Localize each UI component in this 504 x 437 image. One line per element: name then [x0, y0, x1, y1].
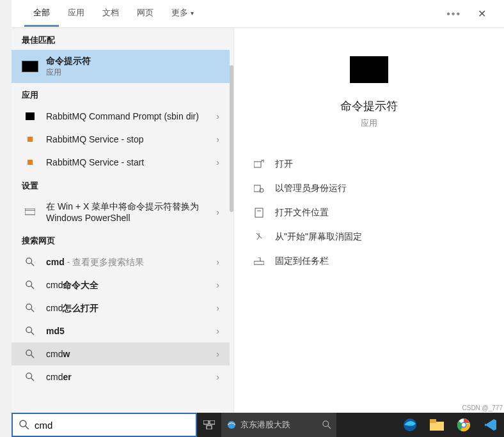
svg-point-12	[26, 373, 32, 379]
svg-point-34	[462, 423, 466, 427]
preview-thumbnail	[350, 56, 388, 83]
svg-point-25	[228, 421, 235, 429]
svg-line-21	[26, 426, 29, 429]
svg-point-26	[323, 421, 329, 427]
tab-more[interactable]: 更多 ▾	[162, 1, 203, 27]
chevron-right-icon: ›	[214, 134, 222, 144]
svg-point-4	[26, 281, 32, 287]
svg-rect-23	[210, 420, 215, 424]
search-icon	[19, 420, 29, 430]
result-title: 命令提示符	[46, 55, 222, 66]
results-panel: 最佳匹配 命令提示符 应用 应用 RabbitMQ Command Prompt…	[12, 28, 234, 437]
result-web-cmd-commands[interactable]: cmd命令大全 ›	[12, 273, 230, 296]
chevron-right-icon: ›	[214, 372, 222, 382]
search-input-container[interactable]	[12, 413, 197, 437]
chevron-right-icon: ›	[214, 207, 222, 217]
svg-line-5	[31, 286, 34, 289]
action-open-location[interactable]: 打开文件位置	[249, 201, 489, 225]
app-icon	[22, 156, 38, 169]
taskbar-explorer-icon[interactable]	[423, 413, 450, 437]
search-input[interactable]	[35, 420, 189, 431]
search-icon	[22, 325, 38, 337]
chevron-right-icon: ›	[214, 349, 222, 359]
action-open[interactable]: 打开	[249, 152, 489, 176]
action-run-admin[interactable]: 以管理员身份运行	[249, 176, 489, 201]
svg-point-10	[26, 350, 32, 356]
app-icon	[22, 110, 38, 123]
svg-line-3	[31, 263, 34, 266]
search-icon	[22, 256, 38, 268]
svg-line-11	[31, 355, 34, 358]
tab-web[interactable]: 网页	[128, 1, 162, 27]
chevron-right-icon: ›	[214, 111, 222, 121]
folder-icon	[252, 207, 266, 218]
preview-title: 命令提示符	[340, 98, 398, 114]
svg-rect-0	[25, 208, 35, 215]
pin-taskbar-icon	[252, 256, 266, 267]
taskbar-chrome-icon[interactable]	[450, 413, 477, 437]
result-subtitle: 应用	[46, 68, 222, 78]
svg-rect-24	[207, 425, 212, 429]
ie-icon	[226, 420, 237, 430]
result-title: RabbitMQ Service - start	[46, 157, 214, 168]
setting-icon	[22, 206, 38, 218]
cortana-text: 京东港股大跌	[240, 419, 322, 431]
svg-rect-30	[430, 419, 436, 423]
section-apps: 应用	[12, 83, 230, 105]
svg-line-27	[328, 426, 331, 429]
svg-line-13	[31, 378, 34, 381]
preview-panel: 命令提示符 应用 打开 以管理员身份运行	[234, 28, 504, 437]
action-pin-taskbar[interactable]: 固定到任务栏	[249, 249, 489, 273]
search-icon	[322, 420, 331, 429]
tab-docs[interactable]: 文档	[93, 1, 128, 27]
filter-tabs: 全部 应用 文档 网页 更多 ▾ ••• ✕	[12, 0, 504, 28]
svg-line-9	[31, 332, 34, 335]
result-web-cmd-open[interactable]: cmd怎么打开 ›	[12, 296, 230, 319]
svg-point-20	[20, 420, 26, 427]
tab-all[interactable]: 全部	[24, 1, 59, 27]
result-web-md5[interactable]: md5 ›	[12, 319, 230, 342]
result-setting-winx[interactable]: 在 Win + X 菜单中将命令提示符替换为 Windows PowerShel…	[12, 195, 230, 229]
section-settings: 设置	[12, 174, 230, 195]
result-title: 在 Win + X 菜单中将命令提示符替换为 Windows PowerShel…	[46, 201, 214, 224]
app-icon	[22, 133, 38, 146]
more-options-icon[interactable]: •••	[446, 8, 461, 20]
chevron-right-icon: ›	[214, 280, 222, 290]
preview-subtitle: 应用	[361, 118, 377, 129]
svg-line-7	[31, 309, 34, 312]
result-app-rabbitmq-prompt[interactable]: RabbitMQ Command Prompt (sbin dir) ›	[12, 105, 230, 128]
result-web-cmd[interactable]: cmd - 查看更多搜索结果 ›	[12, 250, 230, 273]
chevron-right-icon: ›	[214, 303, 222, 313]
result-app-rabbitmq-start[interactable]: RabbitMQ Service - start ›	[12, 151, 230, 174]
cmd-icon	[22, 60, 38, 73]
close-icon[interactable]: ✕	[473, 5, 491, 22]
unpin-icon	[252, 231, 266, 243]
result-web-cmder[interactable]: cmder ›	[12, 365, 230, 388]
watermark: CSDN @_777	[462, 404, 503, 411]
chevron-right-icon: ›	[214, 257, 222, 267]
svg-rect-29	[430, 422, 444, 431]
task-view-icon[interactable]	[197, 413, 221, 437]
svg-point-8	[26, 327, 32, 333]
svg-rect-22	[203, 420, 209, 424]
taskbar: 京东港股大跌	[197, 413, 504, 437]
search-icon	[22, 302, 38, 314]
svg-point-6	[26, 304, 32, 310]
svg-rect-14	[254, 162, 261, 167]
scrollbar[interactable]	[230, 65, 233, 212]
svg-rect-15	[254, 185, 260, 192]
result-title: RabbitMQ Command Prompt (sbin dir)	[46, 111, 214, 122]
svg-rect-17	[255, 208, 263, 217]
taskbar-edge-icon[interactable]	[397, 413, 423, 437]
taskbar-vscode-icon[interactable]	[477, 413, 504, 437]
search-icon	[22, 371, 38, 383]
result-best-match[interactable]: 命令提示符 应用	[12, 50, 230, 83]
result-app-rabbitmq-stop[interactable]: RabbitMQ Service - stop ›	[12, 128, 230, 151]
cortana-search[interactable]: 京东港股大跌	[221, 413, 336, 437]
tab-apps[interactable]: 应用	[59, 1, 93, 27]
search-icon	[22, 279, 38, 291]
result-web-cmdw[interactable]: cmdw ›	[12, 342, 230, 365]
svg-point-2	[26, 258, 32, 264]
result-title: RabbitMQ Service - stop	[46, 134, 214, 145]
action-unpin-start[interactable]: 从"开始"屏幕取消固定	[249, 225, 489, 249]
